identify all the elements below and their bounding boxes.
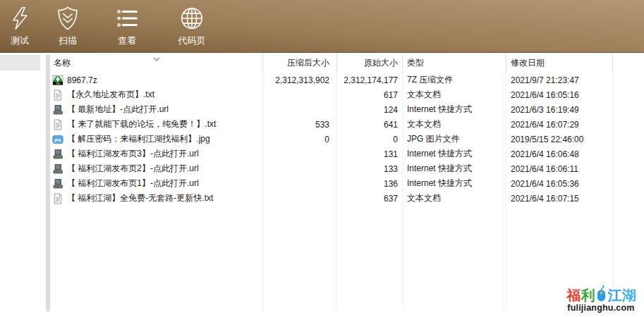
vertical-scrollbar[interactable] [46,55,50,311]
file-modified-date: 2021/6/4 16:05:36 [506,176,612,191]
column-header-modified-date[interactable]: 修改日期 [506,54,612,73]
file-packed-size [262,191,336,206]
archive-manager-window: 测试 扫描 查看 [0,0,644,317]
logo-char: 利 [581,287,595,303]
lightning-icon [5,4,35,33]
content-area: 名称 压缩后大小 原始大小 类型 修改日期 [0,54,644,317]
list-view-icon [112,4,142,33]
file-type: Internet 快捷方式 [402,161,506,176]
file-name: 【 来了就能下载的论坛，纯免费！】.txt [67,118,216,130]
url-file-icon [52,104,63,116]
column-header-type[interactable]: 类型 [402,54,506,73]
toolbar-button-label: 测试 [11,35,29,47]
file-modified-date: 2021/6/4 16:07:29 [506,117,612,132]
url-file-icon [52,149,63,160]
file-packed-size [262,176,336,191]
file-modified-date: 2021/6/3 16:19:49 [506,102,612,117]
file-row[interactable]: 【 福利江湖发布页3】-点此打开.url 131 Internet 快捷方式 2… [51,147,644,161]
file-original-size: 124 [336,102,402,117]
logo-char: 江 [608,287,621,303]
column-separator [402,54,403,311]
file-name: 【 福利江湖发布页1】-点此打开.url [67,178,199,189]
file-row[interactable]: 【永久地址发布页】.txt 617 文本文档 2021/6/4 16:05:16 [51,87,644,102]
file-type: Internet 快捷方式 [402,147,506,161]
file-row[interactable]: 【 最新地址】-点此打开.url 124 Internet 快捷方式 2021/… [51,102,644,117]
file-name: 【 最新地址】-点此打开.url [67,104,169,116]
file-type: 文本文档 [402,191,506,206]
file-modified-date: 2021/6/4 16:06:11 [506,161,612,176]
watermark-domain: fulijianghu.com [560,303,642,313]
toolbar-button-label: 代码页 [178,35,206,47]
toolbar-button-label: 扫描 [59,35,77,47]
file-original-size: 0 [336,132,402,147]
file-modified-date: 2021/6/4 16:07:15 [506,191,612,206]
doc-file-icon [52,89,63,101]
file-original-size: 2,312,174,177 [336,73,402,87]
file-type: 文本文档 [402,87,506,102]
column-header-name[interactable]: 名称 [51,54,262,73]
file-row[interactable]: 【 来了就能下载的论坛，纯免费！】.txt 533 641 文本文档 2021/… [51,117,644,132]
doc-file-icon [52,119,63,130]
logo-char: 福 [567,287,581,303]
toolbar-button-scan[interactable]: 扫描 [40,0,96,53]
file-row[interactable]: 8967.7z 2,312,313,902 2,312,174,177 7Z 压… [51,73,644,87]
file-original-size: 637 [336,191,402,206]
column-header-label: 原始大小 [364,57,398,69]
watermark-logo: 福 利 江 湖 fulijianghu.com [560,284,642,313]
file-name: 【 福利江湖】全免费-无套路-更新快.txt [67,192,213,204]
column-header-label: 类型 [407,57,424,69]
file-original-size: 133 [336,161,402,176]
watermark-logo-text: 福 利 江 湖 [560,284,642,303]
column-header-label: 名称 [54,57,71,69]
file-original-size: 131 [336,147,402,161]
file-list-body: 8967.7z 2,312,313,902 2,312,174,177 7Z 压… [51,73,644,206]
file-name-cell: 【 福利江湖发布页1】-点此打开.url [51,176,262,191]
toolbar: 测试 扫描 查看 [0,0,644,53]
toolbar-button-view[interactable]: 查看 [96,0,158,53]
file-original-size: 617 [336,87,402,102]
jpg-file-icon [52,134,63,145]
logo-char: 湖 [622,287,636,303]
file-name-cell: 【 福利江湖发布页3】-点此打开.url [51,147,262,161]
shield-scan-icon [53,4,83,33]
file-type: 文本文档 [402,117,506,132]
file-row[interactable]: 【 福利江湖发布页2】-点此打开.url 133 Internet 快捷方式 2… [51,161,644,176]
file-original-size: 641 [336,117,402,132]
file-type: Internet 快捷方式 [402,176,506,191]
column-header-label: 压缩后大小 [287,57,329,69]
toolbar-button-label: 查看 [118,35,136,47]
file-packed-size [262,161,336,176]
file-list: 名称 压缩后大小 原始大小 类型 修改日期 [51,54,644,311]
file-original-size: 136 [336,176,402,191]
toolbar-button-codepage[interactable]: 代码页 [158,0,226,53]
file-name: 【永久地址发布页】.txt [67,89,154,101]
file-packed-size: 0 [262,132,336,147]
column-header-packed-size[interactable]: 压缩后大小 [262,54,336,73]
file-row[interactable]: 【 福利江湖】全免费-无套路-更新快.txt 637 文本文档 2021/6/4… [51,191,644,206]
file-type: JPG 图片文件 [402,132,506,147]
file-packed-size [262,147,336,161]
file-row[interactable]: 【 福利江湖发布页1】-点此打开.url 136 Internet 快捷方式 2… [51,176,644,191]
toolbar-button-test[interactable]: 测试 [0,0,40,53]
file-name: 【 福利江湖发布页2】-点此打开.url [67,163,199,175]
column-separator [336,54,337,311]
url-file-icon [52,163,63,175]
file-name-cell: 【 来了就能下载的论坛，纯免费！】.txt [51,117,262,132]
url-file-icon [52,178,63,189]
7z-file-icon [52,75,63,86]
file-modified-date: 2021/6/4 16:05:16 [506,87,612,102]
file-name-cell: 【 福利江湖发布页2】-点此打开.url [51,161,262,176]
file-name: 8967.7z [67,75,97,85]
file-list-header: 名称 压缩后大小 原始大小 类型 修改日期 [51,54,644,73]
left-panel-header-block [0,55,40,70]
file-row[interactable]: 【 解压密码：来福利江湖找福利】.jpg 0 0 JPG 图片文件 2019/5… [51,132,644,147]
file-packed-size [262,87,336,102]
column-header-label: 修改日期 [511,57,545,69]
column-separator [506,54,506,311]
sort-chevron-down-icon [152,54,161,64]
file-type: 7Z 压缩文件 [402,73,506,87]
left-panel [0,54,40,311]
file-name: 【 解压密码：来福利江湖找福利】.jpg [67,133,210,145]
column-header-original-size[interactable]: 原始大小 [336,54,402,73]
file-modified-date: 2021/9/7 21:23:47 [506,73,612,87]
